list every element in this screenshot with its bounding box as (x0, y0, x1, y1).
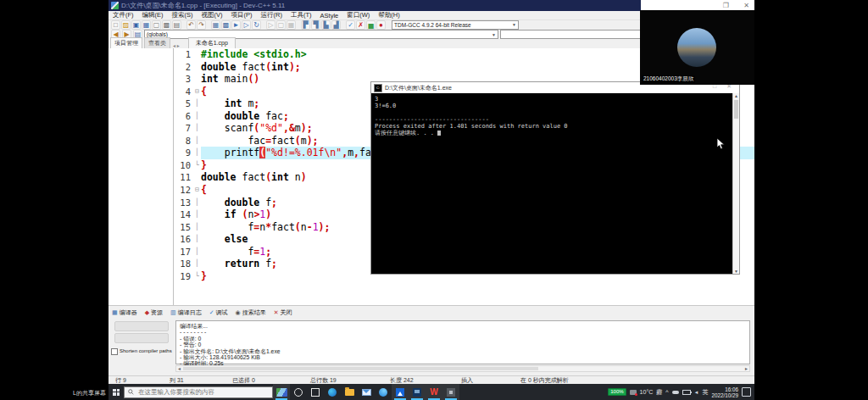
scrollbar-thumb[interactable] (734, 100, 738, 119)
delete-profiling-button[interactable]: ● (376, 20, 386, 30)
taskbar-icon-meeting-share-thumbnail[interactable] (273, 384, 290, 400)
cloud-icon[interactable] (672, 391, 679, 394)
tab-scroll-arrows[interactable]: ◂ ▸ (173, 42, 180, 48)
cortana-icon (294, 388, 303, 397)
menu-编辑(E)[interactable]: 编辑(E) (138, 11, 168, 19)
start-button[interactable] (108, 384, 124, 400)
rebuild-button[interactable]: ↻ (252, 20, 261, 30)
compile-log-output[interactable]: 编译结果...- - - - - - - -- 错误: 0- 警告: 0- 输出… (175, 320, 750, 364)
taskbar-search[interactable] (124, 386, 273, 398)
fold-toggle-icon[interactable]: ⊟ (193, 184, 201, 197)
menu-项目(P)[interactable]: 项目(P) (227, 11, 257, 19)
menu-窗口(W)[interactable]: 窗口(W) (342, 11, 374, 19)
taskbar-icon-file-explorer[interactable] (341, 384, 358, 400)
new-file-button[interactable]: □ (111, 20, 120, 30)
screen-recording-icon[interactable] (630, 390, 637, 395)
taskbar-icon-browser-2[interactable] (375, 384, 392, 400)
redo-button[interactable]: ↷ (197, 20, 206, 30)
restore-window-button[interactable]: ❐ (723, 1, 729, 10)
window-layout-1-button[interactable]: ▛ (301, 20, 310, 30)
task-view-icon (311, 388, 320, 397)
menu-搜索(S)[interactable]: 搜索(S) (168, 11, 198, 19)
report-tab-关闭[interactable]: ✕关闭 (274, 308, 292, 317)
tab-class-view[interactable]: 查看类 (144, 37, 170, 48)
checkbox-icon[interactable] (111, 348, 118, 355)
taskbar-icon-wps-office[interactable]: W (426, 384, 442, 400)
profiler-button[interactable]: ▅ (366, 20, 376, 30)
screen-share-label: L的共享屏幕 (73, 389, 106, 397)
menu-工具(T)[interactable]: 工具(T) (287, 11, 316, 19)
side-button-2[interactable] (114, 333, 169, 343)
save-button[interactable]: ▣ (131, 20, 141, 30)
menu-视图(V)[interactable]: 视图(V) (198, 11, 227, 19)
ime-indicator[interactable]: 英 (702, 388, 708, 397)
hidden-icons-caret[interactable]: ^ (665, 389, 668, 395)
close-all-button[interactable]: ▩ (162, 20, 171, 30)
side-button-1[interactable] (114, 321, 169, 331)
compile-button[interactable]: ▦ (211, 20, 220, 30)
taskbar-icon-task-view[interactable] (307, 384, 324, 400)
compile-all-button[interactable]: ▩ (221, 20, 231, 30)
stop-execution-button[interactable]: ▦ (287, 20, 296, 30)
clock[interactable]: 16:06 2022/10/29 (711, 386, 738, 398)
tab-label: 编译日志 (178, 308, 202, 317)
taskbar-icon-edge-browser[interactable] (324, 384, 341, 400)
save-all-button[interactable]: ▦ (142, 20, 151, 30)
abort-compilation-button[interactable]: ✗ (356, 20, 365, 30)
tab-project-manager[interactable]: 项目管理 (110, 37, 142, 48)
report-tab-资源[interactable]: ◆资源 (145, 308, 163, 317)
report-tab-搜索结果[interactable]: ◉搜索结果 (236, 308, 266, 317)
open-file-button[interactable]: ▨ (121, 20, 131, 30)
fold-toggle-icon[interactable]: ⊟ (193, 86, 201, 98)
scroll-left-icon[interactable]: ◄ (177, 366, 181, 371)
compiler-select[interactable]: TDM-GCC 4.9.2 64-bit Release▼ (392, 20, 519, 30)
scroll-up-icon[interactable]: ▲ (733, 93, 739, 98)
action-center-icon[interactable] (742, 387, 751, 397)
log-horizontal-scrollbar[interactable]: ◄ ► (175, 365, 750, 372)
window-layout-4-button[interactable]: ▟ (331, 20, 341, 30)
profile-analysis-button[interactable]: ▢ (276, 20, 286, 30)
window-layout-2-button[interactable]: ▜ (311, 20, 320, 30)
menu-AStyle[interactable]: AStyle (316, 12, 343, 19)
search-input[interactable] (136, 387, 259, 397)
console-output[interactable]: 33!=6.0 --------------------------------… (371, 93, 732, 274)
debug-button[interactable]: ▷ (266, 20, 275, 30)
tab-icon: ◉ (236, 309, 241, 316)
console-scrollbar[interactable]: ▲ ▼ (732, 93, 739, 274)
status-item-1: 行 9 (108, 376, 163, 385)
close-file-button[interactable]: ▢ (152, 20, 161, 30)
status-item-4: 总行数 19 (303, 376, 383, 385)
undo-button[interactable]: ↶ (186, 20, 196, 30)
taskbar-icon-photos-app[interactable] (392, 384, 409, 400)
taskbar-icon-cortana[interactable] (290, 384, 307, 400)
scroll-down-icon[interactable]: ▼ (733, 269, 739, 274)
battery-icon[interactable] (682, 390, 691, 395)
report-tab-编译器[interactable]: ▦编译器 (112, 308, 137, 317)
console-window[interactable]: C: D:\文件\桌面\未命名1.exe □ ✕ 33!=6.0 -------… (370, 81, 740, 275)
taskbar-icon-mail[interactable] (358, 384, 375, 400)
hscroll-thumb[interactable] (183, 367, 538, 370)
project-manager-panel[interactable] (108, 48, 174, 305)
shorten-paths-checkbox[interactable]: Shorten compiler paths (108, 345, 174, 355)
print-button[interactable]: ▤ (172, 20, 181, 30)
close-window-button[interactable]: ✕ (743, 1, 749, 10)
compile-and-run-button[interactable]: ▷ (242, 20, 251, 30)
report-tab-调试[interactable]: ✓调试 (209, 308, 228, 317)
menu-帮助(H)[interactable]: 帮助(H) (374, 11, 403, 19)
participant-video-tile[interactable]: 21060402003李晨欣 (640, 10, 754, 85)
editor-tab-unnamed1[interactable]: 未命名1.cpp (188, 37, 236, 48)
windows-taskbar: W 100% 10°C 霾 ^ ◄ 英 16:06 2022/10/29 (108, 384, 754, 400)
temperature-text[interactable]: 10°C (640, 389, 654, 395)
report-tab-编译日志[interactable]: ▥编译日志 (170, 308, 202, 317)
scroll-right-icon[interactable]: ► (744, 366, 748, 371)
menu-运行(R)[interactable]: 运行(R) (257, 11, 287, 19)
weather-text[interactable]: 霾 (656, 388, 662, 397)
window-layout-3-button[interactable]: ▙ (321, 20, 331, 30)
line-number: 18 (174, 258, 193, 270)
taskbar-icon-app-gray[interactable] (442, 384, 459, 400)
volume-icon[interactable]: ◄ (694, 390, 699, 395)
taskbar-icon-app-navy[interactable] (409, 384, 426, 400)
syntax-check-button[interactable]: ✓ (346, 20, 355, 30)
menu-文件(F)[interactable]: 文件(F) (108, 11, 138, 19)
run-button[interactable]: ► (231, 20, 241, 30)
